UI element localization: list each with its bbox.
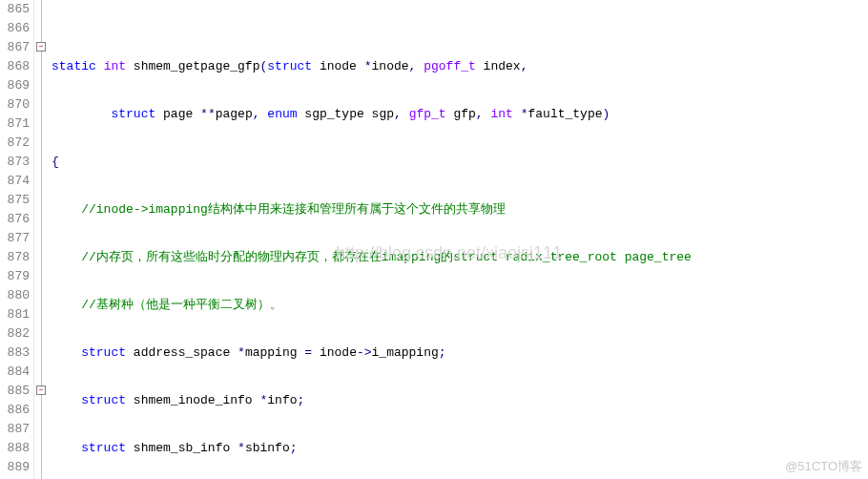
line-number: 883 [0, 344, 30, 363]
line-number: 876 [0, 210, 30, 229]
line-number: 885 [0, 382, 30, 401]
line-number: 888 [0, 439, 30, 458]
line-number: 884 [0, 363, 30, 382]
line-number: 871 [0, 115, 30, 134]
line-number: 882 [0, 324, 30, 344]
code-line: { [52, 153, 868, 172]
line-number: 875 [0, 191, 30, 210]
line-number: 877 [0, 229, 30, 248]
line-number: 868 [0, 57, 30, 76]
code-line: //inode->imapping结构体中用来连接和管理所有属于这个文件的共享物… [52, 200, 868, 219]
fold-toggle-icon[interactable]: − [36, 42, 46, 52]
line-number: 880 [0, 286, 30, 305]
code-editor: 8658668678688698708718728738748758768778… [0, 0, 868, 479]
line-number: 887 [0, 420, 30, 439]
line-number: 889 [0, 458, 30, 477]
line-number: 867 [0, 38, 30, 57]
fold-toggle-icon[interactable]: − [36, 385, 46, 395]
line-number: 865 [0, 0, 30, 19]
fold-guide-line [41, 0, 42, 479]
code-line: struct page **pagep, enum sgp_type sgp, … [52, 105, 868, 124]
line-number: 870 [0, 95, 30, 115]
code-line: //内存页，所有这些临时分配的物理内存页，都存在在imapping的struct… [52, 248, 868, 267]
line-number: 872 [0, 134, 30, 153]
line-number: 879 [0, 267, 30, 286]
code-line: static int shmem_getpage_gfp(struct inod… [52, 57, 868, 76]
line-number: 878 [0, 248, 30, 267]
line-number: 869 [0, 76, 30, 95]
code-line: struct shmem_sb_info *sbinfo; [52, 439, 868, 458]
line-number: 873 [0, 153, 30, 172]
code-line: //基树种（他是一种平衡二叉树）。 [52, 296, 868, 315]
code-area[interactable]: http://blog.csdn.net/xiaojsj111 static i… [50, 0, 868, 479]
code-line: struct shmem_inode_info *info; [52, 391, 868, 410]
code-line: struct address_space *mapping = inode->i… [52, 344, 868, 363]
line-number: 886 [0, 401, 30, 420]
line-number: 866 [0, 19, 30, 38]
line-number: 881 [0, 305, 30, 324]
fold-column: − − [34, 0, 50, 479]
line-number-gutter: 8658668678688698708718728738748758768778… [0, 0, 34, 479]
line-number: 874 [0, 172, 30, 191]
